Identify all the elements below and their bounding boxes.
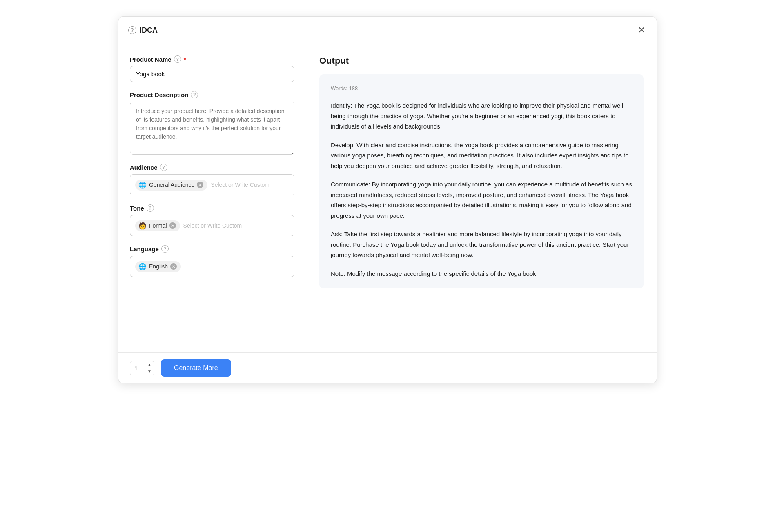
tone-help-icon: ?: [147, 204, 154, 212]
audience-tag-input[interactable]: 🌐 General Audience ✕ Select or Write Cus…: [130, 174, 294, 195]
audience-tag: 🌐 General Audience ✕: [135, 180, 207, 191]
product-description-help-icon: ?: [191, 91, 198, 98]
language-tag-remove[interactable]: ✕: [170, 263, 177, 270]
audience-tag-emoji: 🌐: [138, 181, 147, 189]
output-paragraph-1: Identify: The Yoga book is designed for …: [331, 100, 632, 132]
count-input[interactable]: [130, 362, 145, 374]
words-count: Words: 188: [331, 84, 632, 93]
tone-label: Tone ?: [130, 204, 294, 212]
audience-group: Audience ? 🌐 General Audience ✕ Select o…: [130, 164, 294, 195]
language-tag-emoji: 🌐: [138, 263, 147, 270]
audience-placeholder: Select or Write Custom: [211, 182, 269, 188]
modal-container: ? IDCA ✕ Product Name ? * Product Descri…: [118, 16, 657, 383]
product-description-input[interactable]: [130, 102, 294, 155]
tone-tag-input[interactable]: 🧑 Formal ✕ Select or Write Custom: [130, 215, 294, 236]
modal-title-area: ? IDCA: [128, 26, 158, 35]
product-name-label: Product Name ? *: [130, 55, 294, 63]
tone-tag-label: Formal: [149, 222, 167, 229]
output-paragraph-4: Ask: Take the first step towards a healt…: [331, 229, 632, 260]
right-panel: Output Words: 188 Identify: The Yoga boo…: [306, 44, 657, 352]
language-tag-label: English: [149, 263, 168, 270]
audience-label: Audience ?: [130, 164, 294, 171]
title-help-icon: ?: [128, 26, 136, 34]
product-description-group: Product Description ?: [130, 91, 294, 155]
tone-tag-emoji: 🧑: [138, 222, 147, 230]
stepper-up-button[interactable]: ▲: [145, 361, 154, 368]
language-tag: 🌐 English ✕: [135, 261, 181, 272]
modal-title: IDCA: [140, 26, 158, 35]
language-label: Language ?: [130, 245, 294, 253]
product-description-label: Product Description ?: [130, 91, 294, 98]
generate-more-button[interactable]: Generate More: [161, 359, 231, 377]
output-paragraph-5: Note: Modify the message according to th…: [331, 268, 632, 279]
modal-body: Product Name ? * Product Description ? A…: [118, 44, 657, 352]
audience-help-icon: ?: [160, 164, 167, 171]
tone-placeholder: Select or Write Custom: [183, 222, 242, 229]
language-tag-input[interactable]: 🌐 English ✕: [130, 256, 294, 277]
tone-tag-remove[interactable]: ✕: [169, 222, 176, 229]
language-help-icon: ?: [161, 245, 169, 253]
modal-header: ? IDCA ✕: [118, 17, 657, 44]
tone-tag: 🧑 Formal ✕: [135, 220, 180, 231]
product-name-input[interactable]: [130, 66, 294, 82]
language-group: Language ? 🌐 English ✕: [130, 245, 294, 277]
audience-tag-remove[interactable]: ✕: [197, 182, 203, 188]
tone-group: Tone ? 🧑 Formal ✕ Select or Write Custom: [130, 204, 294, 236]
product-name-help-icon: ?: [174, 55, 181, 63]
output-paragraph-3: Communicate: By incorporating yoga into …: [331, 179, 632, 221]
left-panel: Product Name ? * Product Description ? A…: [118, 44, 306, 352]
bottom-bar: ▲ ▼ Generate More: [118, 352, 657, 383]
output-title: Output: [319, 55, 644, 66]
stepper-down-button[interactable]: ▼: [145, 368, 154, 375]
audience-tag-label: General Audience: [149, 182, 194, 188]
output-paragraph-2: Develop: With clear and concise instruct…: [331, 140, 632, 171]
output-box: Words: 188 Identify: The Yoga book is de…: [319, 74, 644, 288]
product-name-group: Product Name ? *: [130, 55, 294, 82]
count-stepper[interactable]: ▲ ▼: [130, 361, 154, 375]
close-button[interactable]: ✕: [636, 24, 647, 36]
